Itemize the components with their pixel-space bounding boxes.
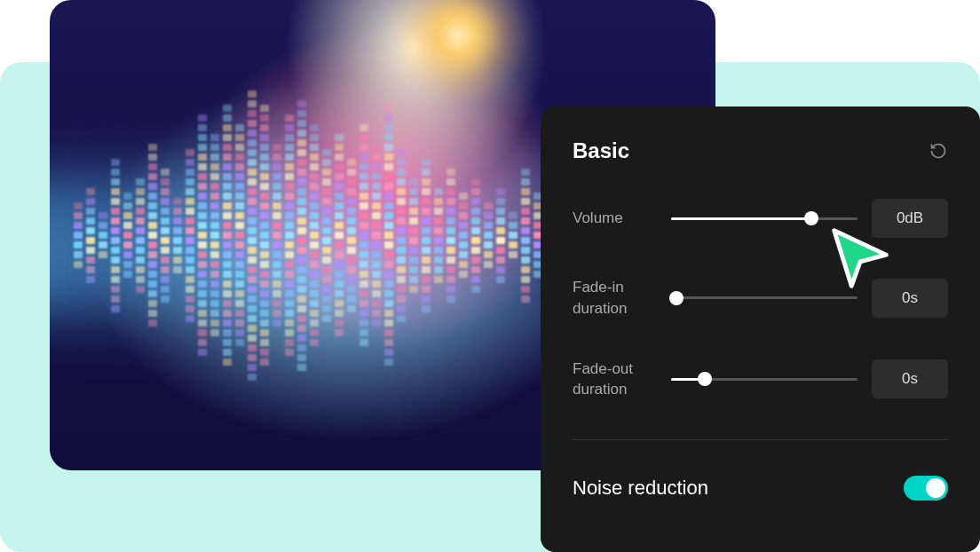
noise-reduction-toggle[interactable] bbox=[904, 476, 948, 501]
fade-out-slider-thumb[interactable] bbox=[698, 372, 712, 386]
volume-slider-thumb[interactable] bbox=[804, 211, 818, 225]
audio-settings-panel: Basic Volume 0dB Fade-in duration 0s Fad… bbox=[541, 106, 980, 552]
volume-value[interactable]: 0dB bbox=[872, 199, 948, 238]
divider bbox=[573, 439, 948, 440]
fade-in-slider-thumb[interactable] bbox=[669, 291, 684, 305]
fade-in-value[interactable]: 0s bbox=[872, 279, 948, 318]
panel-header: Basic bbox=[573, 138, 948, 163]
fade-in-slider[interactable] bbox=[671, 296, 858, 299]
volume-label: Volume bbox=[573, 208, 657, 229]
noise-reduction-label: Noise reduction bbox=[573, 469, 708, 508]
fade-out-slider[interactable] bbox=[671, 378, 858, 381]
toggle-knob bbox=[926, 478, 945, 498]
panel-title: Basic bbox=[573, 138, 629, 163]
reset-icon[interactable] bbox=[929, 141, 948, 161]
fade-out-value[interactable]: 0s bbox=[872, 359, 948, 398]
fade-out-label: Fade-out duration bbox=[573, 359, 657, 401]
noise-reduction-control: Noise reduction bbox=[573, 469, 948, 508]
fade-in-control: Fade-in duration 0s bbox=[573, 277, 948, 319]
fade-out-control: Fade-out duration 0s bbox=[573, 359, 948, 401]
volume-control: Volume 0dB bbox=[573, 199, 948, 238]
fade-in-label: Fade-in duration bbox=[573, 277, 657, 319]
volume-slider[interactable] bbox=[671, 217, 858, 220]
